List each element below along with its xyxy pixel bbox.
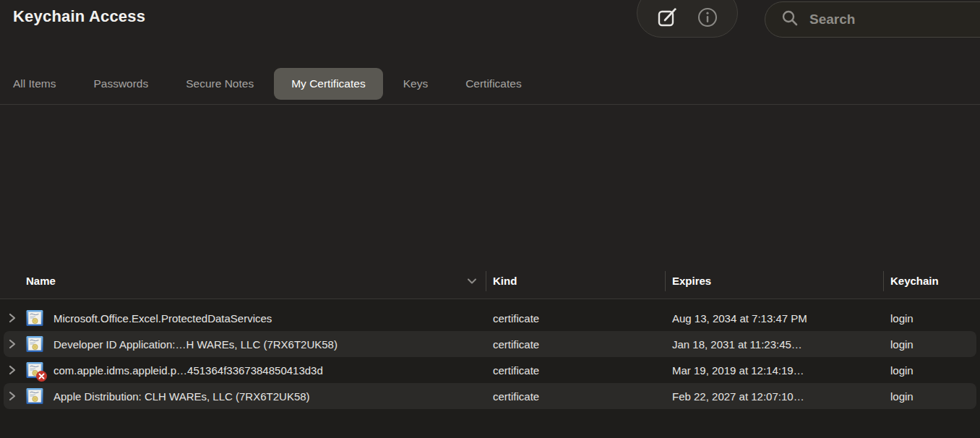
certificate-icon <box>26 387 43 405</box>
certificate-name: com.apple.idms.appleid.p…451364f33673848… <box>53 364 323 377</box>
certificate-icon <box>26 309 43 327</box>
name-cell: Apple Distribution: CLH WAREs, LLC (7RX6… <box>0 383 486 409</box>
expired-badge-icon <box>36 371 47 382</box>
disclosure-chevron-icon[interactable] <box>7 390 17 402</box>
disclosure-chevron-icon[interactable] <box>7 338 17 350</box>
kind-cell: certificate <box>486 331 665 357</box>
name-cell: Developer ID Application:…H WAREs, LLC (… <box>0 331 486 357</box>
compose-button[interactable] <box>657 7 679 30</box>
column-label: Expires <box>672 275 711 287</box>
table-row[interactable]: com.apple.idms.appleid.p…451364f33673848… <box>0 357 980 383</box>
column-header-name[interactable]: Name <box>0 263 486 299</box>
search-placeholder: Search <box>809 12 855 27</box>
empty-content-area <box>0 105 980 263</box>
table-row[interactable]: Apple Distribution: CLH WAREs, LLC (7RX6… <box>0 383 980 409</box>
toolbar-button-group <box>637 0 738 38</box>
info-button[interactable] <box>697 7 718 30</box>
column-header-kind[interactable]: Kind <box>486 263 665 299</box>
tab-passwords[interactable]: Passwords <box>93 68 148 100</box>
keychain-cell: login <box>883 357 980 383</box>
certificate-name: Microsoft.Office.Excel.ProtectedDataServ… <box>53 312 272 325</box>
kind-cell: certificate <box>486 357 665 383</box>
certificate-list: Microsoft.Office.Excel.ProtectedDataServ… <box>0 299 980 438</box>
column-header-expires[interactable]: Expires <box>665 263 883 299</box>
table-row[interactable]: Microsoft.Office.Excel.ProtectedDataServ… <box>0 305 980 331</box>
info-icon <box>697 7 718 30</box>
table-header: Name Kind Expires Keychain <box>0 263 980 299</box>
compose-icon <box>657 7 679 30</box>
expires-cell: Mar 19, 2019 at 12:14:19… <box>665 357 883 383</box>
chevron-down-icon <box>467 278 477 284</box>
column-label: Keychain <box>890 275 939 287</box>
certificate-icon <box>26 361 43 379</box>
tab-secure-notes[interactable]: Secure Notes <box>186 68 254 100</box>
title-bar: Keychain Access <box>0 0 980 64</box>
expires-cell: Feb 22, 2027 at 12:07:10… <box>665 383 883 409</box>
kind-cell: certificate <box>486 383 665 409</box>
certificate-icon <box>26 335 43 353</box>
keychain-cell: login <box>883 331 980 357</box>
name-cell: com.apple.idms.appleid.p…451364f33673848… <box>0 357 486 383</box>
disclosure-chevron-icon[interactable] <box>7 364 17 376</box>
tab-certificates[interactable]: Certificates <box>465 68 522 100</box>
certificate-name: Apple Distribution: CLH WAREs, LLC (7RX6… <box>53 390 310 403</box>
name-cell: Microsoft.Office.Excel.ProtectedDataServ… <box>0 305 486 331</box>
category-tab-bar: All ItemsPasswordsSecure NotesMy Certifi… <box>0 64 980 105</box>
column-header-keychain[interactable]: Keychain <box>883 263 980 299</box>
search-input[interactable]: Search <box>765 1 980 38</box>
disclosure-chevron-icon[interactable] <box>7 312 17 324</box>
tab-my-certificates[interactable]: My Certificates <box>291 68 366 100</box>
tab-all-items[interactable]: All Items <box>13 68 56 100</box>
tab-keys[interactable]: Keys <box>403 68 428 100</box>
table-row[interactable]: Developer ID Application:…H WAREs, LLC (… <box>0 331 980 357</box>
expires-cell: Jan 18, 2031 at 11:23:45… <box>665 331 883 357</box>
expires-cell: Aug 13, 2034 at 7:13:47 PM <box>665 305 883 331</box>
search-icon <box>781 9 799 30</box>
column-label: Name <box>26 275 56 287</box>
kind-cell: certificate <box>486 305 665 331</box>
keychain-cell: login <box>883 383 980 409</box>
keychain-cell: login <box>883 305 980 331</box>
column-label: Kind <box>493 275 517 287</box>
page-title: Keychain Access <box>13 7 145 26</box>
certificate-name: Developer ID Application:…H WAREs, LLC (… <box>53 338 338 351</box>
